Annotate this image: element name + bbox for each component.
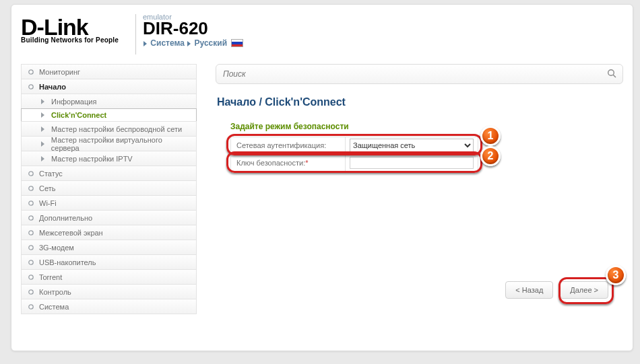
sidebar-item[interactable]: Начало [21,79,197,94]
sidebar-item-label: Межсетевой экран [39,229,103,237]
bullet-icon [27,214,35,222]
sidebar-item-label: Torrent [39,273,62,281]
key-input[interactable] [350,157,474,169]
bullet-icon [27,68,35,76]
header-divider [135,14,136,54]
sidebar-subitem[interactable]: Информация [21,94,197,109]
security-form: Сетевая аутентификация: Защищенная сеть … [230,137,478,172]
chevron-right-icon [39,98,47,106]
sidebar: МониторингНачалоИнформацияClick'n'Connec… [21,64,197,314]
bullet-icon [27,170,35,178]
sidebar-item[interactable]: Контроль [21,284,197,299]
breadcrumb-language[interactable]: Русский [195,38,228,48]
sidebar-item-label: Click'n'Connect [51,111,106,119]
sidebar-item[interactable]: Сеть [21,180,197,196]
sidebar-item-label: Дополнительно [39,214,92,222]
sidebar-subitem[interactable]: Мастер настройки виртуального сервера [21,136,197,151]
auth-label: Сетевая аутентификация: [230,137,345,154]
page-breadcrumb: Начало / Click'n'Connect [217,96,623,108]
annotation-badge-3: 3 [606,265,626,285]
svg-point-12 [608,69,614,75]
bullet-icon [27,273,35,281]
sidebar-item[interactable]: Мониторинг [21,64,197,79]
chevron-right-icon [39,125,47,133]
sidebar-item-label: 3G-модем [39,244,74,252]
main-panel: Начало / Click'n'Connect Задайте режим б… [216,64,623,314]
chevron-right-icon [39,111,47,119]
sidebar-item[interactable]: Система [21,299,197,314]
sidebar-item-label: Сеть [39,184,55,192]
svg-point-0 [29,69,33,73]
sidebar-subitem[interactable]: Мастер настройки IPTV [21,151,197,166]
chevron-right-icon [39,140,47,148]
bullet-icon [27,288,35,296]
svg-point-5 [29,215,33,219]
svg-point-2 [29,171,33,175]
required-asterisk: * [305,159,308,167]
device-model: DIR-620 [143,20,243,37]
sidebar-item[interactable]: 3G-модем [21,240,197,255]
sidebar-item-label: Wi-Fi [39,199,57,207]
chevron-right-icon [187,38,192,48]
brand-name: D-Link [21,17,129,38]
sidebar-item-label: Статус [39,170,63,178]
svg-point-6 [29,230,33,234]
bullet-icon [27,303,35,311]
key-label: Ключ безопасности: [236,159,305,167]
bullet-icon [27,83,35,91]
svg-point-10 [29,289,33,293]
row-key: Ключ безопасности:* [230,154,478,172]
svg-point-3 [29,186,33,190]
brand-logo: D-Link Building Networks for People [21,10,129,44]
annotation-badge-2: 2 [480,146,501,166]
search-input[interactable] [223,69,606,79]
flag-ru-icon [231,39,243,47]
sidebar-subitem[interactable]: Click'n'Connect [21,108,197,122]
sidebar-item-label: Мастер настройки беспроводной сети [51,125,182,133]
sidebar-item[interactable]: Wi-Fi [21,195,197,211]
chevron-right-icon [143,38,148,48]
sidebar-item-label: Мониторинг [39,68,80,76]
sidebar-item[interactable]: Статус [21,166,197,181]
svg-line-13 [613,75,616,77]
bullet-icon [27,199,35,207]
search-box[interactable] [216,64,623,84]
sidebar-subitem[interactable]: Мастер настройки беспроводной сети [21,121,197,137]
sidebar-item-label: Контроль [39,288,71,296]
section-title: Задайте режим безопасности [230,122,623,131]
bullet-icon [27,258,35,266]
sidebar-item-label: Мастер настройки IPTV [51,155,133,163]
bullet-icon [27,184,35,192]
search-icon [606,68,617,81]
back-button[interactable]: < Назад [505,281,553,299]
next-button[interactable]: Далее > [560,281,608,299]
sidebar-item-label: USB-накопитель [39,258,96,266]
svg-point-4 [29,201,33,205]
breadcrumb-system[interactable]: Система [150,38,185,48]
sidebar-item-label: Начало [39,83,66,91]
svg-point-8 [29,260,33,264]
brand-tagline: Building Networks for People [21,36,129,44]
sidebar-item-label: Информация [51,98,96,106]
svg-point-9 [29,275,33,279]
svg-point-1 [29,84,33,88]
svg-point-7 [29,245,33,249]
sidebar-item[interactable]: Torrent [21,269,197,285]
sidebar-item[interactable]: Дополнительно [21,210,197,225]
row-auth: Сетевая аутентификация: Защищенная сеть [230,137,478,154]
chevron-right-icon [39,155,47,163]
sidebar-item[interactable]: Межсетевой экран [21,225,197,240]
bullet-icon [27,244,35,252]
svg-point-11 [29,304,33,308]
sidebar-item-label: Мастер настройки виртуального сервера [51,136,191,152]
bullet-icon [27,229,35,237]
sidebar-item-label: Система [39,303,69,311]
auth-select[interactable]: Защищенная сеть [350,139,474,152]
sidebar-item[interactable]: USB-накопитель [21,254,197,270]
